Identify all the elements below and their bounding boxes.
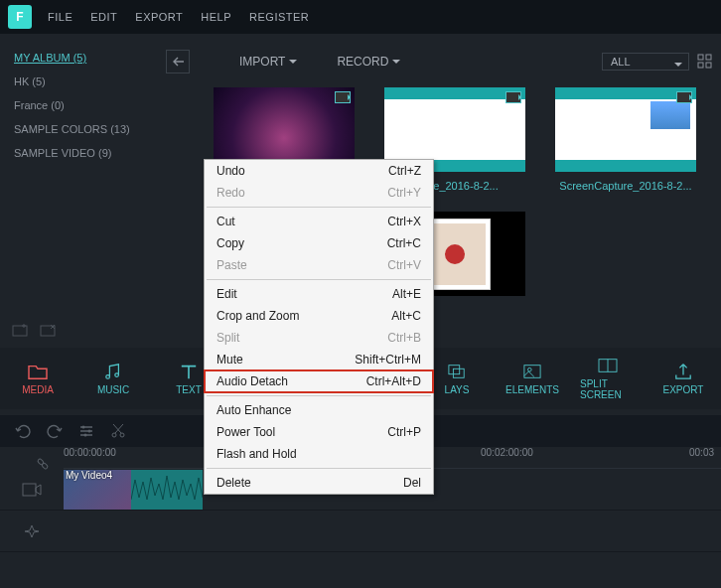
context-menu-item-label: Power Tool — [216, 425, 275, 439]
track-head-video[interactable] — [0, 482, 64, 498]
context-menu-item-shortcut: Ctrl+Alt+D — [366, 374, 421, 388]
clip-label: My Video4 — [66, 470, 112, 481]
context-menu-item[interactable]: Audio DetachCtrl+Alt+D — [205, 370, 433, 392]
context-menu-separator — [207, 395, 431, 396]
tab-media[interactable]: MEDIA — [10, 363, 66, 395]
context-menu-item-label: Audio Detach — [216, 374, 288, 388]
context-menu-item-shortcut: Alt+C — [391, 309, 421, 323]
context-menu-item-shortcut: Shift+Ctrl+M — [355, 353, 421, 367]
cut-icon[interactable] — [109, 422, 127, 440]
context-menu-item[interactable]: Auto Enhance — [205, 399, 433, 421]
context-menu-item-shortcut: Ctrl+B — [387, 331, 421, 345]
sidebar-actions — [12, 321, 60, 341]
text-icon — [178, 363, 200, 380]
media-thumb[interactable]: ScreenCapture_2016-8-2... — [555, 87, 696, 192]
context-menu-item-shortcut: Del — [403, 476, 421, 490]
svg-point-13 — [88, 430, 91, 433]
menu-help[interactable]: HELP — [201, 11, 231, 23]
track-effect — [0, 511, 721, 552]
menu-register[interactable]: REGISTER — [249, 11, 309, 23]
filter-dropdown[interactable]: ALL — [602, 53, 689, 71]
sidebar-item-sample-video[interactable]: SAMPLE VIDEO (9) — [14, 147, 180, 159]
context-menu-item-shortcut: Ctrl+Y — [387, 186, 421, 200]
svg-point-16 — [120, 433, 124, 437]
svg-point-9 — [528, 368, 532, 371]
music-icon — [102, 363, 124, 380]
chevron-down-icon — [289, 60, 297, 68]
svg-point-14 — [84, 434, 87, 437]
svg-rect-4 — [13, 326, 27, 336]
tab-overlays[interactable]: LAYS — [429, 363, 485, 395]
context-menu-item[interactable]: UndoCtrl+Z — [205, 160, 433, 182]
delete-folder-icon[interactable] — [40, 321, 60, 341]
tab-music[interactable]: MUSIC — [85, 363, 141, 395]
record-button[interactable]: RECORD — [337, 55, 400, 69]
svg-rect-8 — [524, 365, 540, 377]
settings-icon[interactable] — [77, 422, 95, 440]
thumb-image — [555, 87, 696, 172]
context-menu-item[interactable]: CopyCtrl+C — [205, 232, 433, 254]
context-menu-item-label: Undo — [216, 164, 245, 178]
menu-file[interactable]: FILE — [48, 11, 72, 23]
split-icon — [597, 357, 619, 374]
context-menu-item-shortcut: Ctrl+P — [387, 425, 421, 439]
svg-point-15 — [112, 433, 116, 437]
video-icon — [22, 482, 42, 498]
svg-rect-7 — [453, 368, 464, 377]
video-icon — [676, 91, 692, 103]
context-menu-item: SplitCtrl+B — [205, 327, 433, 349]
context-menu-item-label: Paste — [216, 258, 247, 272]
context-menu-item-label: Mute — [216, 353, 243, 367]
track-head-effect[interactable] — [0, 523, 64, 539]
context-menu-item[interactable]: Power ToolCtrl+P — [205, 421, 433, 443]
context-menu-item[interactable]: EditAlt+E — [205, 283, 433, 305]
undo-icon[interactable] — [14, 422, 32, 440]
context-menu-separator — [207, 468, 431, 469]
context-menu-item-shortcut: Ctrl+C — [387, 236, 421, 250]
video-icon — [505, 91, 521, 103]
context-menu-item-shortcut: Ctrl+X — [387, 215, 421, 228]
view-grid-icon[interactable] — [697, 54, 713, 70]
sidebar-item-hk[interactable]: HK (5) — [14, 75, 180, 87]
context-menu-item-label: Crop and Zoom — [216, 309, 299, 323]
context-menu-item: RedoCtrl+Y — [205, 182, 433, 204]
sidebar: MY ALBUM (5) HK (5) France (0) SAMPLE CO… — [0, 34, 194, 348]
context-menu-item[interactable]: MuteShift+Ctrl+M — [205, 349, 433, 370]
ruler-tick: 00:00:00:00 — [64, 447, 116, 458]
import-button[interactable]: IMPORT — [239, 55, 297, 69]
context-menu-item-label: Cut — [216, 215, 235, 228]
menu-edit[interactable]: EDIT — [90, 11, 117, 23]
record-label: RECORD — [337, 55, 388, 69]
redo-icon[interactable] — [46, 422, 64, 440]
tab-label: ELEMENTS — [505, 384, 559, 395]
context-menu-item-label: Flash and Hold — [216, 447, 297, 461]
context-menu-item[interactable]: DeleteDel — [205, 472, 433, 494]
tab-label: EXPORT — [663, 384, 704, 395]
filter-value: ALL — [611, 56, 631, 68]
chevron-down-icon — [674, 63, 682, 71]
svg-rect-6 — [449, 365, 460, 373]
sidebar-item-my-album[interactable]: MY ALBUM (5) — [14, 52, 180, 64]
clip-waveform — [131, 470, 203, 510]
timeline-clip[interactable]: My Video4 — [64, 470, 203, 510]
context-menu-item[interactable]: CutCtrl+X — [205, 211, 433, 232]
tab-split-screen[interactable]: SPLIT SCREEN — [580, 357, 636, 400]
context-menu-item-label: Split — [216, 331, 239, 345]
sidebar-item-france[interactable]: France (0) — [14, 99, 180, 111]
add-folder-icon[interactable] — [12, 321, 32, 341]
context-menu-separator — [207, 207, 431, 208]
tab-label: MEDIA — [22, 384, 54, 395]
svg-point-12 — [82, 426, 85, 429]
menu-export[interactable]: EXPORT — [135, 11, 183, 23]
back-button[interactable] — [166, 50, 190, 74]
sidebar-item-sample-colors[interactable]: SAMPLE COLORS (13) — [14, 123, 180, 135]
svg-rect-19 — [42, 463, 49, 470]
context-menu-item[interactable]: Flash and Hold — [205, 443, 433, 465]
tab-export[interactable]: EXPORT — [655, 363, 711, 395]
context-menu-item-shortcut: Ctrl+Z — [388, 164, 421, 178]
track-extra — [0, 552, 721, 588]
tab-elements[interactable]: ELEMENTS — [505, 363, 560, 395]
context-menu-item-label: Redo — [216, 186, 245, 200]
context-menu-item[interactable]: Crop and ZoomAlt+C — [205, 305, 433, 327]
context-menu-item-shortcut: Alt+E — [392, 287, 421, 301]
